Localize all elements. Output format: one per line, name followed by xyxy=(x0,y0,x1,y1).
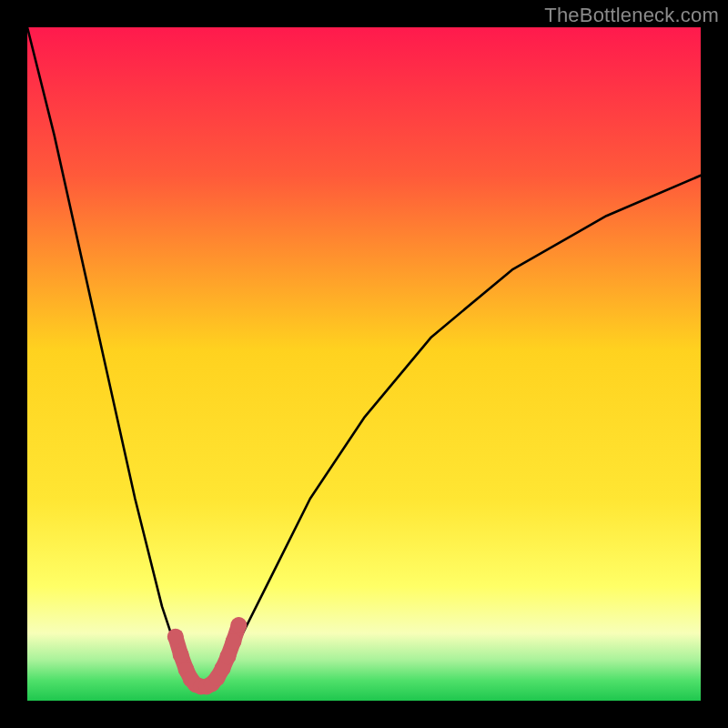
bottleneck-chart xyxy=(27,27,701,701)
marker-dot xyxy=(220,648,237,664)
marker-dot xyxy=(230,617,247,633)
marker-dot xyxy=(173,647,189,663)
marker-dot xyxy=(225,633,241,650)
chart-frame xyxy=(27,27,701,701)
marker-dot xyxy=(167,629,184,645)
gradient-background xyxy=(27,27,701,701)
watermark-label: TheBottleneck.com xyxy=(544,4,719,27)
